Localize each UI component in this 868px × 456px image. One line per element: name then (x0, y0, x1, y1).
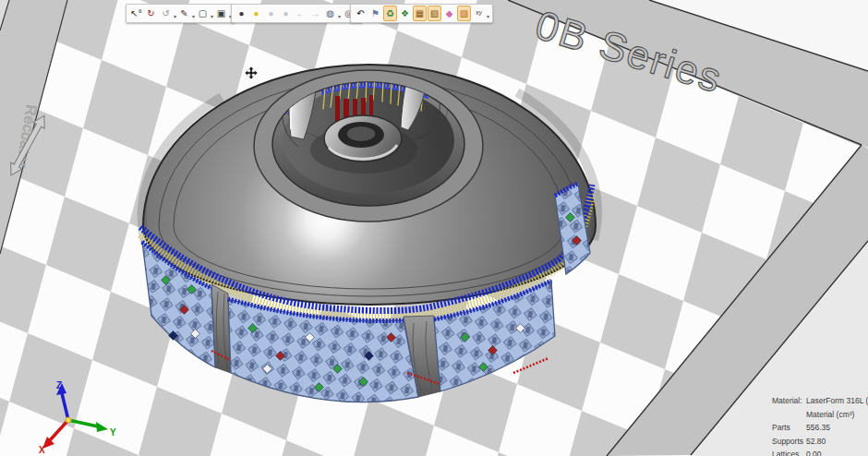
shade-off-bulb-icon[interactable]: ● (264, 6, 278, 21)
supports-label: Supports (772, 435, 806, 449)
material-label: Material: (772, 394, 806, 408)
axis-y-label: Y (110, 427, 116, 438)
parts-label: Parts (772, 421, 806, 435)
zoom-box-icon[interactable]: ▣ (214, 6, 228, 21)
measure-icon[interactable]: ✎ (177, 6, 191, 21)
axis-menu-icon[interactable]: ˣʸ (472, 6, 486, 21)
axis-z-label: Z (56, 380, 62, 390)
dropdown-caret-icon[interactable]: ▾ (338, 13, 341, 19)
lattice-b-icon[interactable]: ▧ (428, 6, 441, 21)
undo-icon[interactable]: ↶ (354, 6, 368, 21)
lattice-a-icon[interactable]: ▦ (413, 6, 427, 21)
orbit-view-icon[interactable]: ↺ (159, 6, 173, 21)
snap-node-icon[interactable]: ⚑ (368, 6, 382, 21)
dropdown-caret-icon[interactable]: ▾ (211, 13, 213, 19)
dropdown-caret-icon[interactable]: ▾ (487, 13, 489, 19)
viewport-3d[interactable]: 0B Series Recoater (0, 0, 868, 456)
axis-origin (66, 417, 71, 423)
view-prev-icon[interactable]: ← (294, 6, 307, 21)
shade-off-bulb2-icon[interactable]: ● (279, 6, 293, 21)
volume-header: Material (cm³) (806, 408, 854, 422)
select-pointer-icon[interactable]: ↖° (129, 6, 143, 21)
toolbar-selection: ↖° ↻ ↺ ▾ ✎ ▾ ▢ ▾ ▣ ▾ (126, 4, 235, 23)
dropdown-caret-icon[interactable]: ▾ (174, 13, 176, 19)
shade-dark-bulb-icon[interactable]: ● (235, 6, 248, 21)
mesh-icon[interactable]: ❖ (398, 6, 412, 21)
lattices-label: Lattices (772, 448, 806, 456)
plane-icon[interactable]: ◆ (442, 6, 456, 21)
analyze-icon[interactable]: ♻ (383, 6, 397, 21)
view-globe-icon[interactable]: ◍ (323, 6, 337, 21)
orient-icon[interactable]: ▨ (457, 6, 471, 21)
rotate-selection-icon[interactable]: ↻ (144, 6, 158, 21)
parts-value: 556.35 (806, 421, 830, 435)
toolbar-display: ● ● ● ● ← → ◍ ▾ ◎ ▾ (231, 4, 363, 23)
shade-lit-bulb-icon[interactable]: ● (249, 6, 263, 21)
impeller-part[interactable] (140, 46, 597, 402)
dropdown-caret-icon[interactable]: ▾ (192, 13, 195, 19)
spacer (772, 408, 806, 422)
material-info-panel: Material: LaserForm 316L (A)_Sv Material… (772, 394, 868, 456)
view-next-icon[interactable]: → (308, 6, 322, 21)
toolbar-build: ↶ ⚑ ♻ ❖ ▦ ▧ ◆ ▨ ˣʸ ▾ (350, 4, 493, 23)
axis-x-label: X (39, 445, 45, 455)
supports-value: 52.80 (806, 435, 826, 449)
build-prep-app: { "viewport": { "plate_label": "0B Serie… (0, 0, 868, 456)
lattices-value: 0.00 (806, 448, 822, 456)
box-select-icon[interactable]: ▢ (196, 6, 210, 21)
material-value: LaserForm 316L (A)_Sv (806, 394, 868, 408)
